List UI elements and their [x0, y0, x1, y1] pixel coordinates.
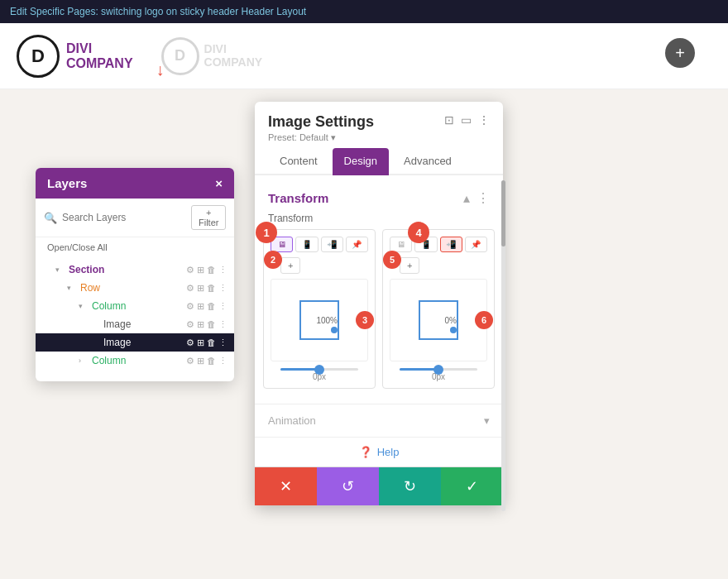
- img2-more-icon[interactable]: ⋮: [218, 337, 228, 348]
- layers-title: Layers: [47, 176, 87, 190]
- row-more-icon[interactable]: ⋮: [218, 283, 228, 294]
- col2-delete-icon[interactable]: 🗑: [207, 356, 216, 366]
- col1-more-icon[interactable]: ⋮: [218, 301, 228, 312]
- save-button[interactable]: ✓: [441, 467, 503, 505]
- transform-right-tabs-inner: 🖥 📱 📲 📌: [390, 237, 487, 252]
- settings-body: Transform ▴ ⋮ Transform 1 🖥: [255, 175, 503, 505]
- row-delete-icon[interactable]: 🗑: [207, 283, 216, 294]
- transform-left-thumb[interactable]: [331, 327, 338, 333]
- animation-label: Animation: [268, 414, 316, 427]
- transform-collapse-icon[interactable]: ▴: [463, 190, 470, 206]
- top-bar: Edit Specific Pages: switching logo on s…: [0, 0, 728, 23]
- settings-preset[interactable]: Preset: Default ▾: [268, 132, 374, 143]
- animation-chevron-icon: ▾: [484, 414, 490, 427]
- img1-copy-icon[interactable]: ⊞: [197, 319, 204, 330]
- transform-left-add-button[interactable]: +: [280, 257, 300, 274]
- settings-icon-responsive[interactable]: ⊡: [444, 113, 454, 127]
- image-settings-panel: Image Settings Preset: Default ▾ ⊡ ▭ ⋮ C…: [255, 102, 503, 505]
- col2-settings-icon[interactable]: ⚙: [186, 356, 194, 366]
- site-header: D DIVI COMPANY ↓ D DIVI COMPANY +: [0, 23, 728, 89]
- logo-ghost-line2: COMPANY: [204, 56, 263, 69]
- logo-text-line1: DIVI: [66, 41, 133, 56]
- logo-secondary: D DIVI COMPANY: [161, 37, 263, 75]
- transform-section-controls: ▴ ⋮: [463, 190, 490, 206]
- col2-copy-icon[interactable]: ⊞: [197, 356, 204, 366]
- column1-label: Column: [92, 300, 186, 312]
- section-copy-icon[interactable]: ⊞: [197, 265, 204, 275]
- col2-more-icon[interactable]: ⋮: [218, 356, 228, 366]
- transform-left-slider-container: 0px: [271, 368, 368, 381]
- img1-settings-icon[interactable]: ⚙: [186, 319, 194, 330]
- transform-left-tablet-tab[interactable]: 📱: [295, 237, 318, 252]
- layers-filter-button[interactable]: + Filter: [191, 205, 226, 230]
- undo-button[interactable]: ↺: [317, 467, 379, 505]
- transform-left-mobile-tab[interactable]: 📲: [321, 237, 343, 252]
- cancel-button[interactable]: ✕: [255, 467, 317, 505]
- layers-open-close[interactable]: Open/Close All: [36, 237, 234, 257]
- img1-delete-icon[interactable]: 🗑: [207, 319, 216, 330]
- redo-button[interactable]: ↻: [379, 467, 441, 505]
- transform-right-slider-track[interactable]: [400, 368, 477, 371]
- logo-main: D DIVI COMPANY: [17, 35, 133, 78]
- transform-left-add-row: 2 +: [271, 257, 368, 274]
- tab-content[interactable]: Content: [268, 148, 329, 175]
- transform-left-slider-fill: [280, 368, 319, 371]
- layers-tree: ▾ Section ⚙ ⊞ 🗑 ⋮ ▾ Row ⚙ ⊞ 🗑 ⋮: [36, 257, 234, 373]
- transform-more-icon[interactable]: ⋮: [477, 190, 490, 206]
- transform-widget-left: 1 🖥 📱 📲 📌 2 +: [263, 229, 376, 389]
- tree-item-column1[interactable]: ▾ Column ⚙ ⊞ 🗑 ⋮: [36, 297, 234, 315]
- image1-label: Image: [103, 318, 186, 330]
- help-label: Help: [377, 446, 400, 458]
- layers-search-input[interactable]: [62, 212, 186, 223]
- logo-circle: D: [17, 35, 60, 78]
- transform-section-title: Transform: [268, 191, 328, 205]
- top-bar-title: Edit Specific Pages: switching logo on s…: [10, 6, 306, 17]
- col1-delete-icon[interactable]: 🗑: [207, 301, 216, 312]
- transform-right-canvas: 6 0%: [390, 279, 487, 361]
- help-row[interactable]: ❓ Help: [255, 437, 503, 467]
- col1-actions: ⚙ ⊞ 🗑 ⋮: [186, 301, 228, 312]
- layers-close-button[interactable]: ×: [215, 176, 223, 190]
- settings-tabs: Content Design Advanced: [255, 148, 503, 175]
- settings-title-block: Image Settings Preset: Default ▾: [268, 113, 374, 143]
- col1-settings-icon[interactable]: ⚙: [186, 301, 194, 312]
- transform-right-scale-value: 0%: [445, 316, 457, 325]
- row-actions: ⚙ ⊞ 🗑 ⋮: [186, 283, 228, 294]
- tree-item-column2[interactable]: › Column ⚙ ⊞ 🗑 ⋮: [36, 352, 234, 370]
- img2-copy-icon[interactable]: ⊞: [197, 337, 204, 348]
- transform-left-slider-thumb[interactable]: [314, 365, 324, 375]
- transform-right-mobile-tab[interactable]: 📲: [440, 237, 462, 252]
- layers-panel: Layers × 🔍 + Filter Open/Close All ▾ Sec…: [36, 168, 234, 381]
- column2-label: Column: [92, 355, 186, 366]
- img1-more-icon[interactable]: ⋮: [218, 319, 228, 330]
- logo-ghost-line1: DIVI: [204, 43, 263, 55]
- transform-right-add-button[interactable]: +: [400, 257, 419, 274]
- tree-item-image1[interactable]: Image ⚙ ⊞ 🗑 ⋮: [36, 315, 234, 333]
- row-copy-icon[interactable]: ⊞: [197, 283, 204, 294]
- transform-left-slider-track[interactable]: [280, 368, 358, 371]
- transform-right-thumb[interactable]: [450, 327, 457, 333]
- settings-scrollbar-thumb[interactable]: [501, 180, 505, 246]
- section-settings-icon[interactable]: ⚙: [186, 265, 194, 275]
- transform-right-slider-thumb[interactable]: [433, 365, 443, 375]
- img2-delete-icon[interactable]: 🗑: [207, 337, 216, 348]
- row-settings-icon[interactable]: ⚙: [186, 283, 194, 294]
- chevron-row: ▾: [67, 284, 77, 292]
- tab-advanced[interactable]: Advanced: [392, 148, 463, 175]
- animation-header[interactable]: Animation ▾: [255, 404, 503, 437]
- tree-item-section[interactable]: ▾ Section ⚙ ⊞ 🗑 ⋮: [36, 261, 234, 279]
- tree-item-row[interactable]: ▾ Row ⚙ ⊞ 🗑 ⋮: [36, 279, 234, 297]
- section-delete-icon[interactable]: 🗑: [207, 265, 216, 275]
- transform-right-pin-tab[interactable]: 📌: [465, 237, 487, 252]
- col1-copy-icon[interactable]: ⊞: [197, 301, 204, 312]
- tab-design[interactable]: Design: [333, 148, 389, 175]
- settings-icon-more[interactable]: ⋮: [478, 113, 490, 127]
- section-actions: ⚙ ⊞ 🗑 ⋮: [186, 265, 228, 275]
- settings-icon-layout[interactable]: ▭: [461, 113, 472, 127]
- add-section-button[interactable]: +: [665, 38, 695, 68]
- img2-settings-icon[interactable]: ⚙: [186, 337, 194, 348]
- img2-actions: ⚙ ⊞ 🗑 ⋮: [186, 337, 228, 348]
- section-more-icon[interactable]: ⋮: [218, 265, 228, 275]
- transform-left-pin-tab[interactable]: 📌: [346, 237, 368, 252]
- tree-item-image2-active[interactable]: Image ⚙ ⊞ 🗑 ⋮: [36, 333, 234, 352]
